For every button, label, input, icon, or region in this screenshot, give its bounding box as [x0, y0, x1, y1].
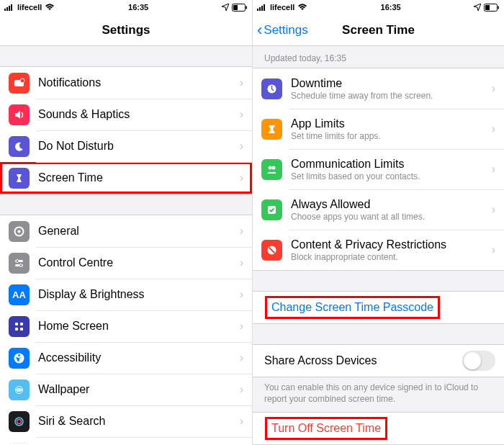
carrier-label: lifecell: [17, 3, 42, 12]
share-devices-switch[interactable]: [462, 351, 495, 371]
wifi-icon: [297, 4, 307, 11]
control-centre-label: Control Centre: [38, 256, 240, 269]
siri-label: Siri & Search: [38, 415, 240, 428]
general-row[interactable]: General ›: [0, 215, 252, 247]
chevron-icon: ›: [492, 82, 504, 95]
svg-rect-18: [20, 328, 23, 331]
wifi-icon: [45, 4, 55, 11]
sounds-icon: [9, 104, 30, 125]
restrictions-icon: [261, 240, 282, 261]
applimits-icon: [261, 119, 282, 140]
svg-rect-0: [4, 9, 6, 11]
nav-bar: Settings: [0, 14, 252, 46]
sounds-row[interactable]: Sounds & Haptics ›: [0, 99, 252, 130]
turnoff-group: Turn Off Screen Time: [253, 412, 504, 445]
clock-label: 16:35: [381, 3, 401, 12]
commlimits-sub: Set limits based on your contacts.: [291, 171, 492, 181]
page-title: Settings: [0, 23, 252, 37]
chevron-icon: ›: [240, 140, 252, 153]
screentime-list[interactable]: Updated today, 16:35 Downtime Schedule t…: [253, 46, 504, 445]
svg-point-13: [16, 259, 19, 262]
svg-rect-15: [15, 323, 18, 325]
chevron-icon: ›: [492, 122, 504, 135]
location-icon: [474, 4, 481, 11]
status-bar: lifecell 16:35: [0, 0, 252, 14]
downtime-icon: [261, 78, 282, 99]
wallpaper-row[interactable]: Wallpaper ›: [0, 374, 252, 405]
accessibility-label: Accessibility: [38, 351, 240, 364]
display-row[interactable]: AA Display & Brightness ›: [0, 279, 252, 310]
allowed-icon: [261, 199, 282, 220]
turn-off-button[interactable]: Turn Off Screen Time: [253, 413, 504, 444]
svg-point-32: [269, 166, 272, 169]
downtime-sub: Schedule time away from the screen.: [291, 91, 492, 101]
share-devices-label: Share Across Devices: [264, 354, 462, 367]
svg-rect-16: [20, 323, 23, 325]
dnd-label: Do Not Disturb: [38, 140, 240, 153]
screen-time-row[interactable]: Screen Time ›: [0, 162, 252, 194]
general-label: General: [38, 225, 240, 238]
allowed-row[interactable]: Always Allowed Choose apps you want at a…: [253, 189, 504, 230]
chevron-icon: ›: [492, 163, 504, 176]
signal-icon: [4, 4, 14, 11]
dnd-row[interactable]: Do Not Disturb ›: [0, 130, 252, 162]
change-passcode-button[interactable]: Change Screen Time Passcode: [253, 292, 504, 323]
svg-rect-17: [15, 328, 18, 331]
status-bar: lifecell 16:35: [253, 0, 504, 14]
settings-screen: lifecell 16:35 Settings Notifications: [0, 0, 252, 445]
touchid-row[interactable]: Touch ID & Passcode ›: [0, 437, 252, 445]
svg-rect-24: [257, 9, 258, 11]
wallpaper-icon: [9, 379, 30, 400]
svg-point-10: [18, 230, 21, 233]
gear-icon: [9, 221, 30, 242]
settings-group-1: Notifications › Sounds & Haptics › Do No…: [0, 66, 252, 194]
chevron-icon: ›: [240, 288, 252, 301]
restrictions-row[interactable]: Content & Privacy Restrictions Block ina…: [253, 230, 504, 270]
display-label: Display & Brightness: [38, 288, 240, 301]
downtime-label: Downtime: [291, 77, 492, 90]
screen-time-label: Screen Time: [38, 171, 240, 184]
chevron-icon: ›: [492, 243, 504, 256]
chevron-icon: ›: [240, 351, 252, 364]
signal-icon: [257, 4, 267, 11]
home-screen-row[interactable]: Home Screen ›: [0, 310, 252, 342]
svg-point-8: [20, 78, 24, 83]
chevron-icon: ›: [240, 320, 252, 333]
chevron-icon: ›: [240, 256, 252, 269]
svg-rect-30: [498, 6, 499, 9]
svg-rect-5: [233, 5, 238, 10]
chevron-icon: ›: [240, 171, 252, 184]
downtime-row[interactable]: Downtime Schedule time away from the scr…: [253, 68, 504, 109]
svg-rect-25: [259, 7, 261, 11]
control-centre-row[interactable]: Control Centre ›: [0, 247, 252, 279]
accessibility-icon: [9, 348, 30, 369]
back-button[interactable]: ‹ Settings: [253, 21, 308, 40]
chevron-icon: ›: [492, 203, 504, 216]
applimits-row[interactable]: App Limits Set time limits for apps. ›: [253, 109, 504, 149]
settings-list[interactable]: Notifications › Sounds & Haptics › Do No…: [0, 46, 252, 445]
clock-label: 16:35: [128, 3, 148, 12]
svg-rect-1: [6, 7, 8, 11]
allowed-label: Always Allowed: [291, 198, 492, 211]
svg-point-14: [19, 264, 22, 266]
battery-icon: [232, 4, 248, 12]
svg-point-22: [15, 418, 23, 426]
accessibility-row[interactable]: Accessibility ›: [0, 342, 252, 374]
passcode-group: Change Screen Time Passcode: [253, 291, 504, 324]
siri-row[interactable]: Siri & Search ›: [0, 405, 252, 437]
sounds-label: Sounds & Haptics: [38, 108, 240, 121]
back-label: Settings: [264, 23, 307, 37]
features-group: Downtime Schedule time away from the scr…: [253, 68, 504, 271]
chevron-icon: ›: [240, 383, 252, 396]
notifications-row[interactable]: Notifications ›: [0, 67, 252, 99]
commlimits-row[interactable]: Communication Limits Set limits based on…: [253, 149, 504, 189]
battery-icon: [484, 4, 500, 12]
svg-point-23: [17, 419, 22, 423]
home-screen-icon: [9, 316, 30, 337]
svg-point-33: [272, 166, 276, 169]
screentime-screen: lifecell 16:35 ‹ Settings Screen Time Up…: [252, 0, 504, 445]
svg-rect-27: [264, 4, 265, 11]
share-devices-row[interactable]: Share Across Devices: [253, 345, 504, 377]
touchid-icon: [9, 443, 30, 446]
notifications-label: Notifications: [38, 76, 240, 89]
